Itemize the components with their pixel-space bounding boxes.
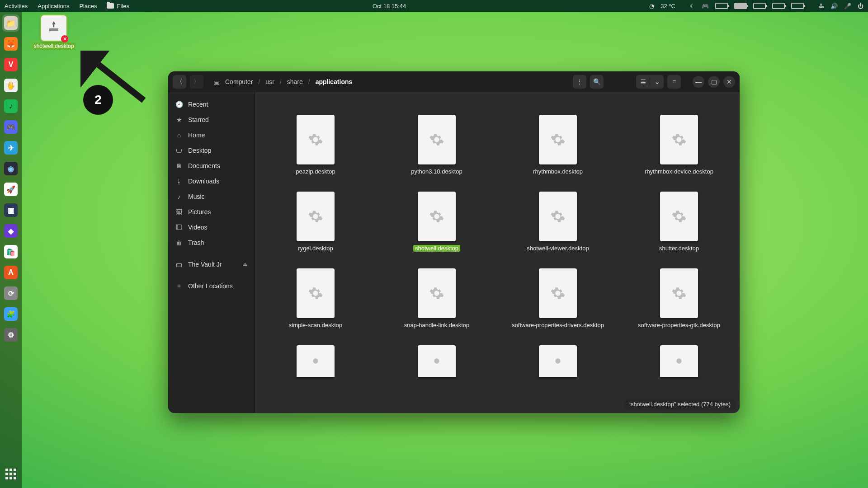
desktop-icon-shotwell[interactable]: ✕ shotwell.desktop: [29, 15, 79, 50]
nav-forward-button[interactable]: 〉: [190, 75, 203, 89]
window-close-button[interactable]: ✕: [723, 76, 735, 88]
view-options-icon[interactable]: ⌄: [650, 75, 664, 89]
topbar-clock[interactable]: Oct 18 15:44: [129, 3, 649, 9]
home-icon: ⌂: [175, 131, 183, 139]
temp-indicator: 32 °C: [660, 3, 675, 9]
view-switcher[interactable]: ≣ ⌄: [636, 75, 664, 89]
plus-icon: ＋: [175, 282, 183, 290]
sidebar-item-home[interactable]: ⌂Home: [168, 127, 255, 143]
disk-icon: ◔: [649, 3, 654, 9]
file-item[interactable]: software-properties-gtk.desktop: [629, 268, 729, 328]
discord-tray-icon[interactable]: 🎮: [702, 3, 709, 9]
list-view-icon[interactable]: ≣: [636, 75, 650, 89]
fm-sidebar: 🕘Recent ★Starred ⌂Home 🖵Desktop 🗎Documen…: [168, 92, 255, 413]
sound-icon[interactable]: 🔊: [830, 3, 838, 9]
file-item[interactable]: [508, 345, 608, 380]
battery-icon-4: [772, 3, 785, 9]
dock-obsidian[interactable]: ◆: [2, 222, 19, 239]
sidebar-item-documents[interactable]: 🗎Documents: [168, 158, 255, 174]
sidebar-item-pictures[interactable]: 🖼Pictures: [168, 204, 255, 220]
file-item[interactable]: python3.10.desktop: [387, 115, 486, 175]
file-item[interactable]: software-properties-drivers.desktop: [508, 268, 608, 328]
file-item[interactable]: rhythmbox.desktop: [508, 115, 608, 175]
error-badge-icon: ✕: [61, 35, 68, 42]
search-button[interactable]: 🔍: [590, 75, 604, 89]
sidebar-item-other[interactable]: ＋Other Locations: [168, 278, 255, 294]
network-icon[interactable]: 🖧: [818, 3, 824, 9]
file-item[interactable]: rygel.desktop: [266, 192, 365, 252]
topbar-places[interactable]: Places: [79, 3, 97, 9]
file-item[interactable]: peazip.desktop: [266, 115, 365, 175]
dock-extensions[interactable]: 🧩: [2, 305, 19, 323]
dock-obs[interactable]: ◉: [2, 160, 19, 177]
window-minimize-button[interactable]: —: [693, 76, 704, 88]
star-icon: ★: [175, 116, 183, 123]
trash-icon: 🗑: [175, 239, 183, 246]
breadcrumb-seg-2[interactable]: share: [287, 78, 303, 85]
sidebar-item-videos[interactable]: 🎞Videos: [168, 220, 255, 235]
microphone-icon[interactable]: 🎤: [844, 3, 851, 9]
dock-settings[interactable]: ⚙: [2, 326, 19, 343]
battery-icon-2: [734, 3, 747, 9]
topbar-activities[interactable]: Activities: [5, 3, 28, 9]
nav-back-button[interactable]: 〈: [173, 75, 186, 89]
file-item[interactable]: [387, 345, 486, 380]
file-item[interactable]: rhythmbox-device.desktop: [629, 115, 729, 175]
fm-content[interactable]: org.gnome.Terminal.desktop org.gnome.Tod…: [255, 92, 740, 413]
path-menu-button[interactable]: ⋮: [573, 75, 586, 89]
sidebar-item-starred[interactable]: ★Starred: [168, 112, 255, 127]
breadcrumb-seg-3[interactable]: applications: [316, 78, 353, 85]
dock-software[interactable]: A: [2, 264, 19, 281]
sidebar-item-desktop[interactable]: 🖵Desktop: [168, 143, 255, 158]
dock-firefox[interactable]: 🦊: [2, 35, 19, 52]
breadcrumb-seg-0[interactable]: Computer: [225, 78, 253, 85]
apps-grid-icon: [5, 469, 16, 479]
topbar-applications[interactable]: Applications: [38, 3, 69, 9]
dock-app-9[interactable]: 🚀: [2, 181, 19, 198]
file-item[interactable]: [629, 345, 729, 380]
file-item[interactable]: [266, 345, 365, 380]
dock-discord[interactable]: 🎮: [2, 118, 19, 136]
sidebar-item-recent[interactable]: 🕘Recent: [168, 97, 255, 112]
drive-icon: 🖴: [175, 261, 183, 268]
dock-files[interactable]: 📁: [2, 14, 19, 32]
dock-spotify[interactable]: ♪: [2, 98, 19, 115]
breadcrumb[interactable]: 🖴 Computer / usr / share / applications: [213, 78, 352, 85]
dock-vivaldi[interactable]: V: [2, 56, 19, 73]
status-bar: “shotwell.desktop” selected (774 bytes): [624, 399, 735, 409]
dock-app-4[interactable]: 🖐️: [2, 77, 19, 94]
sidebar-item-downloads[interactable]: ⭳Downloads: [168, 174, 255, 189]
music-icon: ♪: [175, 193, 183, 200]
file-item[interactable]: snap-handle-link.desktop: [387, 268, 486, 328]
breadcrumb-seg-1[interactable]: usr: [265, 78, 274, 85]
eject-icon[interactable]: ⏏: [243, 262, 247, 267]
hdd-icon: 🖴: [213, 78, 220, 85]
folder-icon: [107, 3, 114, 9]
fm-header: 〈 〉 🖴 Computer / usr / share / applicati…: [168, 71, 740, 92]
downloads-icon: ⭳: [175, 178, 183, 185]
file-item[interactable]: shutter.desktop: [629, 192, 729, 252]
svg-rect-0: [49, 28, 58, 31]
hamburger-menu-button[interactable]: ≡: [667, 75, 681, 89]
power-icon[interactable]: ⏻: [858, 3, 863, 9]
dock: 📁 🦊 V 🖐️ ♪ 🎮 ✈ ◉ 🚀 ▣ ◆ 🛍️ A ⟳ 🧩 ⚙: [0, 12, 22, 488]
file-item[interactable]: shotwell-viewer.desktop: [508, 192, 608, 252]
file-item[interactable]: simple-scan.desktop: [266, 268, 365, 328]
sidebar-item-vault[interactable]: 🖴The Vault Jr ⏏: [168, 257, 255, 272]
shotwell-icon: [47, 20, 61, 37]
file-item-selected[interactable]: shotwell.desktop: [387, 192, 486, 252]
dock-virtualbox[interactable]: ▣: [2, 202, 19, 219]
dock-updates[interactable]: ⟳: [2, 285, 19, 302]
dock-apps-grid[interactable]: [2, 465, 19, 483]
battery-icon-5: [791, 3, 804, 9]
dock-app-12[interactable]: 🛍️: [2, 243, 19, 260]
topbar-files[interactable]: Files: [107, 3, 129, 9]
sidebar-item-trash[interactable]: 🗑Trash: [168, 235, 255, 250]
annotation-badge-2: 2: [83, 85, 113, 115]
pictures-icon: 🖼: [175, 208, 183, 216]
topbar: Activities Applications Places Files Oct…: [0, 0, 868, 12]
file-manager-window: 〈 〉 🖴 Computer / usr / share / applicati…: [168, 71, 740, 413]
window-maximize-button[interactable]: ▢: [708, 76, 720, 88]
sidebar-item-music[interactable]: ♪Music: [168, 189, 255, 204]
dock-telegram[interactable]: ✈: [2, 139, 19, 156]
